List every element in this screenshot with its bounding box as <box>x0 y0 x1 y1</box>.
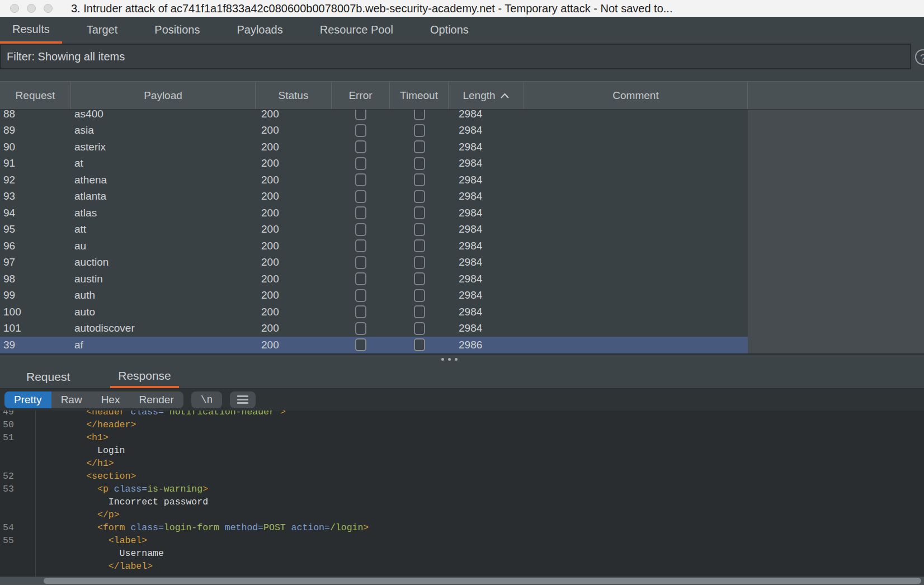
length-cell: 2984 <box>449 157 524 169</box>
code-text: </p> <box>35 508 120 521</box>
table-row[interactable]: 89asia2002984 <box>0 122 748 139</box>
length-cell: 2986 <box>449 339 524 351</box>
show-newlines-button[interactable]: \n <box>191 391 223 408</box>
table-row[interactable]: 91at2002984 <box>0 155 748 172</box>
timeout-checkbox[interactable] <box>414 173 425 186</box>
payload-cell: as400 <box>71 110 256 120</box>
table-row[interactable]: 100auto2002984 <box>0 304 748 320</box>
line-number <box>0 496 35 508</box>
timeout-checkbox[interactable] <box>414 305 425 318</box>
column-header-comment[interactable]: Comment <box>524 82 748 109</box>
tab-options[interactable]: Options <box>418 17 481 44</box>
request-number-cell: 100 <box>0 306 71 318</box>
error-checkbox[interactable] <box>355 140 366 153</box>
splitter-grip-icon[interactable] <box>441 358 458 361</box>
tab-payloads[interactable]: Payloads <box>224 17 295 44</box>
table-row[interactable]: 98austin2002984 <box>0 271 748 287</box>
render-button[interactable]: Render <box>129 391 183 408</box>
table-row[interactable]: 92athena2002984 <box>0 172 748 188</box>
payload-cell: atlas <box>71 207 256 219</box>
timeout-checkbox[interactable] <box>414 272 425 285</box>
minimize-button[interactable] <box>27 4 36 13</box>
code-line: 55 <label> <box>0 534 924 547</box>
code-line: </p> <box>0 508 924 521</box>
timeout-checkbox[interactable] <box>414 157 425 170</box>
response-code-view: 49 <header class="notification-header">5… <box>0 411 924 585</box>
code-line: Incorrect password <box>0 496 924 508</box>
table-row[interactable]: 99auth2002984 <box>0 287 748 304</box>
status-cell: 200 <box>256 207 332 219</box>
error-checkbox[interactable] <box>355 110 366 120</box>
status-cell: 200 <box>256 174 332 186</box>
timeout-checkbox[interactable] <box>414 124 425 137</box>
error-cell <box>332 110 390 120</box>
error-checkbox[interactable] <box>355 322 366 335</box>
timeout-cell <box>390 272 449 285</box>
error-checkbox[interactable] <box>355 289 366 302</box>
filter-label: Filter: Showing all items <box>1 45 910 68</box>
table-row[interactable]: 94atlas2002984 <box>0 205 748 221</box>
pretty-button[interactable]: Pretty <box>4 391 51 408</box>
error-checkbox[interactable] <box>355 124 366 137</box>
timeout-checkbox[interactable] <box>414 256 425 269</box>
tab-results[interactable]: Results <box>0 17 62 44</box>
maximize-button[interactable] <box>44 4 53 13</box>
error-checkbox[interactable] <box>355 157 366 170</box>
error-checkbox[interactable] <box>355 338 366 351</box>
timeout-cell <box>390 140 449 153</box>
request-number-cell: 39 <box>0 339 71 351</box>
pane-splitter[interactable] <box>0 355 924 367</box>
column-header-error[interactable]: Error <box>332 82 390 109</box>
error-cell <box>332 140 390 153</box>
table-row[interactable]: 93atlanta2002984 <box>0 188 748 205</box>
column-header-payload[interactable]: Payload <box>71 82 256 109</box>
hex-button[interactable]: Hex <box>92 391 130 408</box>
timeout-checkbox[interactable] <box>414 206 425 219</box>
raw-button[interactable]: Raw <box>51 391 92 408</box>
timeout-checkbox[interactable] <box>414 190 425 203</box>
tab-response[interactable]: Response <box>110 367 179 388</box>
hamburger-menu-icon[interactable] <box>230 391 256 408</box>
column-header-status[interactable]: Status <box>256 82 332 109</box>
error-checkbox[interactable] <box>355 190 366 203</box>
error-checkbox[interactable] <box>355 305 366 318</box>
timeout-checkbox[interactable] <box>414 110 425 120</box>
timeout-checkbox[interactable] <box>414 322 425 335</box>
tab-positions[interactable]: Positions <box>142 17 212 44</box>
timeout-checkbox[interactable] <box>414 289 425 302</box>
code-line: 53 <p class=is-warning> <box>0 483 924 496</box>
timeout-checkbox[interactable] <box>414 140 425 153</box>
payload-cell: asterix <box>71 141 256 153</box>
column-header-request[interactable]: Request <box>0 82 71 109</box>
close-button[interactable] <box>10 4 19 13</box>
column-header-length[interactable]: Length <box>449 82 524 109</box>
horizontal-scrollbar[interactable] <box>0 577 924 585</box>
column-header-timeout[interactable]: Timeout <box>390 82 449 109</box>
code-text: <h1> <box>35 431 109 444</box>
error-checkbox[interactable] <box>355 223 366 236</box>
tab-request[interactable]: Request <box>18 367 78 388</box>
table-row[interactable]: 39af2002986 <box>0 337 748 353</box>
table-row[interactable]: 101autodiscover2002984 <box>0 320 748 337</box>
filter-bar[interactable]: Filter: Showing all items <box>0 44 911 69</box>
table-row[interactable]: 90asterix2002984 <box>0 139 748 155</box>
timeout-checkbox[interactable] <box>414 338 425 351</box>
request-number-cell: 101 <box>0 322 71 334</box>
timeout-cell <box>390 190 449 203</box>
error-checkbox[interactable] <box>355 206 366 219</box>
error-checkbox[interactable] <box>355 239 366 252</box>
table-row[interactable]: 88as4002002984 <box>0 110 748 122</box>
timeout-checkbox[interactable] <box>414 239 425 252</box>
scrollbar-thumb[interactable] <box>44 578 921 584</box>
table-row[interactable]: 96au2002984 <box>0 238 748 254</box>
tab-target[interactable]: Target <box>74 17 130 44</box>
timeout-checkbox[interactable] <box>414 223 425 236</box>
error-checkbox[interactable] <box>355 272 366 285</box>
tab-resource-pool[interactable]: Resource Pool <box>308 17 406 44</box>
help-icon[interactable]: ? <box>915 49 924 65</box>
error-checkbox[interactable] <box>355 173 366 186</box>
table-row[interactable]: 97auction2002984 <box>0 254 748 271</box>
payload-cell: att <box>71 223 256 235</box>
error-checkbox[interactable] <box>355 256 366 269</box>
table-row[interactable]: 95att2002984 <box>0 221 748 238</box>
